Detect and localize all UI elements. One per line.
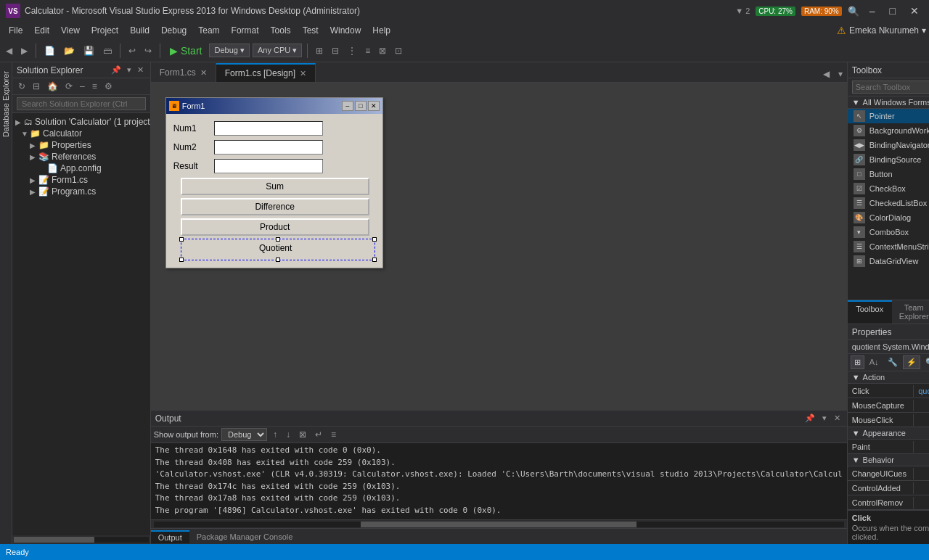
props-categories-btn[interactable]: ⊞	[851, 355, 864, 369]
output-down-btn[interactable]: ↓	[283, 428, 293, 441]
tab-form1-design[interactable]: Form1.cs [Design] ✕	[216, 63, 316, 82]
prop-value[interactable]	[914, 501, 929, 504]
output-pin-btn[interactable]: 📌	[803, 413, 817, 424]
maximize-button[interactable]: □	[885, 4, 900, 18]
toolbar-open-btn[interactable]: 📂	[61, 44, 78, 57]
output-up-btn[interactable]: ↑	[270, 428, 280, 441]
toolbar-extra4[interactable]: ≡	[362, 44, 373, 57]
se-filter-btn[interactable]: –	[77, 80, 88, 93]
quotient-button[interactable]: Quotient	[181, 239, 370, 257]
search-icon[interactable]: 🔍	[848, 6, 859, 17]
menu-view[interactable]: View	[55, 24, 86, 37]
start-button[interactable]: ▶ Start	[165, 42, 206, 59]
tab-scroll-dropdown[interactable]: ▾	[834, 66, 847, 82]
result-textbox[interactable]	[214, 159, 323, 173]
toolbar-forward-btn[interactable]: ▶	[18, 44, 30, 57]
prop-value[interactable]: quotient_Click	[914, 385, 929, 397]
tree-item-solution[interactable]: ▶ 🗂 Solution 'Calculator' (1 project	[12, 116, 150, 128]
toolbar-extra5[interactable]: ⊠	[376, 44, 389, 57]
minimize-button[interactable]: –	[865, 4, 880, 18]
handle-bl[interactable]	[179, 258, 184, 262]
se-close-btn[interactable]: ✕	[135, 65, 146, 75]
toolbar-extra1[interactable]: ⊞	[313, 44, 326, 57]
difference-button[interactable]: Difference	[181, 198, 369, 215]
props-search-btn[interactable]: 🔍	[922, 355, 929, 369]
toolbar-extra3[interactable]: ⋮	[345, 44, 359, 57]
menu-team[interactable]: Team	[192, 24, 225, 37]
se-settings-btn[interactable]: ⚙	[102, 80, 115, 93]
menu-tools[interactable]: Tools	[265, 24, 297, 37]
output-clear-btn[interactable]: ⊠	[296, 428, 309, 441]
menu-edit[interactable]: Edit	[28, 24, 55, 37]
menu-build[interactable]: Build	[124, 24, 155, 37]
toolbox-search-input[interactable]	[852, 81, 929, 94]
handle-bm[interactable]	[276, 258, 280, 262]
output-tab-package-manager[interactable]: Package Manager Console	[189, 531, 300, 543]
toolbox-item-contextmenustrip[interactable]: ☰ ContextMenuStrip	[848, 239, 929, 254]
props-alphabetical-btn[interactable]: A↓	[866, 355, 883, 369]
cpu-dropdown[interactable]: Any CPU ▾	[253, 44, 302, 57]
form-restore-btn[interactable]: □	[355, 101, 367, 111]
toolbar-redo-btn[interactable]: ↪	[142, 44, 155, 57]
toolbox-section-header[interactable]: ▼ All Windows Forms	[848, 96, 929, 109]
menu-format[interactable]: Format	[226, 24, 265, 37]
tab-form1cs[interactable]: Form1.cs ✕	[151, 63, 216, 82]
toolbar-extra2[interactable]: ⊟	[329, 44, 342, 57]
props-section-action[interactable]: ▼ Action	[848, 371, 929, 384]
handle-br[interactable]	[372, 258, 377, 262]
handle-tm[interactable]	[276, 237, 280, 242]
tree-item-properties[interactable]: ▶ 📁 Properties	[12, 139, 150, 151]
se-props-btn[interactable]: 🏠	[44, 80, 61, 93]
menu-debug[interactable]: Debug	[155, 24, 192, 37]
product-button[interactable]: Product	[181, 218, 369, 236]
prop-value[interactable]	[914, 487, 929, 490]
prop-value[interactable]	[914, 404, 929, 407]
debug-dropdown[interactable]: Debug ▾	[209, 44, 249, 57]
toolbox-item-button[interactable]: □ Button	[848, 167, 929, 181]
toolbox-tab-team-explorer[interactable]: Team Explorer	[892, 300, 929, 324]
sum-button[interactable]: Sum	[181, 178, 369, 195]
tab-close-btn[interactable]: ✕	[200, 68, 207, 78]
toolbox-item-checkedlistbox[interactable]: ☰ CheckedListBox	[848, 196, 929, 210]
menu-window[interactable]: Window	[324, 24, 367, 37]
menu-help[interactable]: Help	[367, 24, 396, 37]
form-minimize-btn[interactable]: –	[342, 101, 353, 111]
toolbox-item-bindingnavigator[interactable]: ◀▶ BindingNavigator	[848, 138, 929, 152]
num2-textbox[interactable]	[214, 140, 323, 155]
menu-file[interactable]: File	[3, 24, 28, 37]
tree-item-references[interactable]: ▶ 📚 References	[12, 151, 150, 162]
num1-textbox[interactable]	[214, 121, 323, 136]
tab-scroll-left[interactable]: ◀	[819, 66, 834, 82]
output-tab-output[interactable]: Output	[151, 530, 189, 543]
menu-test[interactable]: Test	[297, 24, 324, 37]
toolbox-item-combobox[interactable]: ▾ ComboBox	[848, 225, 929, 239]
se-dropdown-btn[interactable]: ▾	[125, 65, 134, 75]
toolbar-save-btn[interactable]: 💾	[81, 44, 97, 57]
toolbox-item-pointer[interactable]: ↖ Pointer	[848, 109, 929, 123]
se-collapse-btn[interactable]: ⊟	[30, 80, 43, 93]
toolbox-item-backgroundworker[interactable]: ⚙ BackgroundWorker	[848, 123, 929, 138]
handle-tl[interactable]	[179, 237, 184, 242]
output-hscroll-thumb[interactable]	[361, 522, 637, 527]
props-section-behavior[interactable]: ▼ Behavior	[848, 454, 929, 466]
toolbar-back-btn[interactable]: ◀	[3, 44, 15, 57]
se-hscroll-track[interactable]	[14, 537, 149, 543]
prop-value[interactable]	[914, 419, 929, 421]
prop-value[interactable]	[914, 472, 929, 475]
prop-value[interactable]	[914, 445, 929, 448]
tree-item-form1cs[interactable]: ▶ 📝 Form1.cs	[12, 174, 150, 186]
design-surface[interactable]: 🖥 Form1 – □ ✕ Num1	[151, 83, 847, 410]
output-close-btn[interactable]: ✕	[832, 413, 843, 424]
props-properties-btn[interactable]: 🔧	[884, 355, 901, 369]
se-refresh-btn[interactable]: ⟳	[62, 80, 75, 93]
output-wrap-btn[interactable]: ↵	[312, 428, 325, 441]
toolbox-item-colordialog[interactable]: 🎨 ColorDialog	[848, 210, 929, 225]
user-dropdown-icon[interactable]: ▾	[922, 25, 926, 36]
toolbar-undo-btn[interactable]: ↩	[126, 44, 139, 57]
toolbox-item-datagridview[interactable]: ⊞ DataGridView	[848, 254, 929, 268]
output-extra-btn[interactable]: ≡	[328, 428, 339, 441]
se-pin-btn[interactable]: 📌	[109, 65, 123, 75]
tree-item-appconfig[interactable]: 📄 App.config	[12, 162, 150, 174]
props-events-btn[interactable]: ⚡	[903, 355, 920, 369]
menu-project[interactable]: Project	[86, 24, 124, 37]
